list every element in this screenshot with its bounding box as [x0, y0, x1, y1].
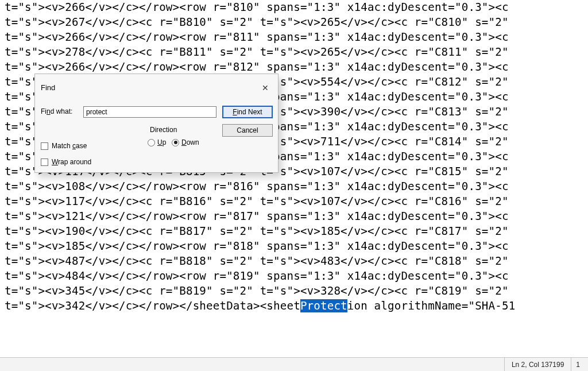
status-bar: Ln 2, Col 137199 1	[0, 357, 588, 371]
find-dialog: Find ✕ Find what: Find Next Cancel Direc…	[34, 74, 278, 173]
direction-up-radio[interactable]: Up	[148, 138, 166, 146]
wrap-around-checkbox[interactable]: Wrap around	[41, 158, 91, 166]
cancel-button[interactable]: Cancel	[222, 124, 273, 137]
editor-window: t="s"><v>266</v></c></row><row r="810" s…	[0, 0, 588, 371]
find-next-button[interactable]: Find Next	[222, 106, 273, 118]
direction-label: Direction	[150, 126, 177, 134]
find-what-label: Find what:	[41, 107, 72, 115]
status-extra: 1	[571, 358, 585, 371]
match-case-checkbox[interactable]: Match case	[41, 142, 87, 150]
text-editor-area[interactable]: t="s"><v>266</v></c></row><row r="810" s…	[0, 0, 588, 353]
find-input[interactable]	[83, 106, 216, 118]
direction-down-radio[interactable]: Down	[172, 138, 199, 146]
found-highlight: Protect	[300, 299, 347, 312]
dialog-title: Find	[41, 83, 55, 92]
status-position: Ln 2, Col 137199	[504, 358, 571, 371]
close-icon[interactable]: ✕	[258, 81, 272, 95]
